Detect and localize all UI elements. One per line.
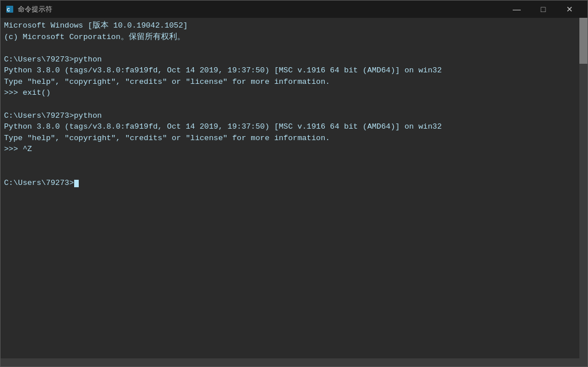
window-controls: — □ ✕ <box>504 1 583 18</box>
horizontal-scrollbar[interactable] <box>1 358 587 366</box>
svg-text:C: C <box>7 7 10 13</box>
cursor <box>74 180 79 187</box>
minimize-button[interactable]: — <box>504 1 530 18</box>
vertical-scrollbar[interactable] <box>579 18 587 358</box>
console-text: Microsoft Windows [版本 10.0.19042.1052] (… <box>4 20 576 188</box>
console-output: Microsoft Windows [版本 10.0.19042.1052] (… <box>1 18 579 358</box>
maximize-button[interactable]: □ <box>530 1 556 18</box>
console-area[interactable]: Microsoft Windows [版本 10.0.19042.1052] (… <box>1 18 587 358</box>
cmd-window: C 命令提示符 — □ ✕ Microsoft Windows [版本 10.0… <box>0 0 588 367</box>
app-icon: C <box>5 5 14 14</box>
scrollbar-thumb[interactable] <box>579 18 587 64</box>
window-title: 命令提示符 <box>18 5 504 14</box>
title-bar: C 命令提示符 — □ ✕ <box>1 1 587 18</box>
close-button[interactable]: ✕ <box>556 1 583 18</box>
